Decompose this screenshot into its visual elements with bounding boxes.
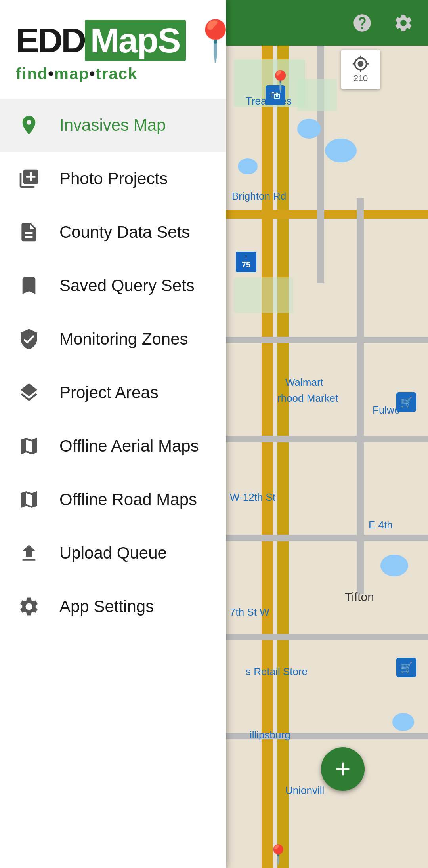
water1 [297,119,321,139]
map-fold2-icon [16,487,42,513]
location-crosshair-icon [352,55,369,72]
road-h3 [226,436,428,442]
map-pin1: 📍 [268,69,293,93]
location-label: 210 [353,73,368,84]
location-button[interactable]: 210 [341,50,380,89]
tagline-track: track [96,65,138,82]
menu-label-upload-queue: Upload Queue [59,544,167,563]
menu-item-app-settings[interactable]: App Settings [0,580,226,633]
menu-item-offline-road-maps[interactable]: Offline Road Maps [0,473,226,527]
navigation-drawer: EDD MapS 📍 find•map•track Invasives Map [0,0,226,868]
map-label-tifton: Tifton [345,590,374,604]
map-label-brighton: Brighton Rd [232,190,286,202]
highway-shield: I 75 [236,252,256,272]
layers-icon [16,380,42,406]
top-bar [226,0,428,46]
water5 [392,713,414,731]
bookmark-icon [16,273,42,299]
menu-item-upload-queue[interactable]: Upload Queue [0,527,226,580]
menu-label-invasives-map: Invasives Map [59,116,166,135]
settings-button[interactable] [391,10,416,36]
menu-list: Invasives Map Photo Projects County Data… [0,99,226,868]
green-area3 [234,277,293,313]
settings-icon [16,594,42,620]
fab-plus-icon [332,758,354,780]
map-pin2: 📍 [266,844,290,866]
road-h2 [226,337,428,343]
map-label-7thstw: 7th St W [230,606,269,618]
menu-label-saved-query-sets: Saved Query Sets [59,276,195,295]
logo-area: EDD MapS 📍 find•map•track [0,0,226,99]
fab-button[interactable] [321,747,365,791]
menu-label-offline-aerial-maps: Offline Aerial Maps [59,437,199,456]
map-label-e4th: E 4th [369,519,393,531]
water4 [380,555,408,576]
road-h5 [226,634,428,640]
document-icon [16,219,42,245]
menu-item-offline-aerial-maps[interactable]: Offline Aerial Maps [0,420,226,473]
map-label-retail: s Retail Store [246,666,308,678]
shop-icon2: 🛒 [396,392,416,412]
map-label-unionvill: Unionvill [285,784,324,797]
menu-label-project-areas: Project Areas [59,383,159,402]
road-v3 [357,198,364,594]
help-button[interactable] [350,10,375,36]
tagline-dot2: • [90,65,96,82]
menu-label-monitoring-zones: Monitoring Zones [59,330,188,349]
logo-maps-box: MapS [85,20,186,61]
menu-item-county-data-sets[interactable]: County Data Sets [0,206,226,259]
menu-label-photo-projects: Photo Projects [59,169,168,188]
map-label-walmart: Walmart [285,376,323,389]
menu-item-invasives-map[interactable]: Invasives Map [0,99,226,152]
logo-tagline: find•map•track [16,65,138,83]
logo-row: EDD MapS 📍 [16,20,240,61]
menu-item-saved-query-sets[interactable]: Saved Query Sets [0,259,226,313]
map-label-illipsburg: illipsburg [250,729,290,741]
tagline-find: find [16,65,48,82]
logo-maps-text: MapS [90,21,180,60]
map-label-w12th: W-12th St [230,491,275,504]
gear-icon [393,13,414,33]
map-label-market: rhood Market [277,392,338,404]
shop-icon3: 🛒 [396,658,416,677]
map-fold-icon [16,433,42,459]
menu-item-photo-projects[interactable]: Photo Projects [0,152,226,206]
menu-item-monitoring-zones[interactable]: Monitoring Zones [0,313,226,366]
tagline-map: map [54,65,89,82]
menu-label-county-data-sets: County Data Sets [59,223,190,242]
location-pin-icon [16,113,42,138]
map-label-fulwo: Fulwo [373,404,400,416]
green-area2 [297,79,337,111]
help-circle-icon [352,13,373,33]
water2 [325,139,357,162]
water3 [238,158,258,174]
shield-check-icon [16,326,42,352]
add-photo-icon [16,166,42,192]
tagline-dot1: • [48,65,54,82]
road-h4 [226,535,428,541]
logo-pin-icon: 📍 [191,21,240,60]
upload-icon [16,540,42,566]
road-h1 [226,210,428,219]
logo-edd-text: EDD [16,23,85,58]
menu-label-offline-road-maps: Offline Road Maps [59,490,197,509]
menu-item-project-areas[interactable]: Project Areas [0,366,226,420]
menu-label-app-settings: App Settings [59,597,154,616]
